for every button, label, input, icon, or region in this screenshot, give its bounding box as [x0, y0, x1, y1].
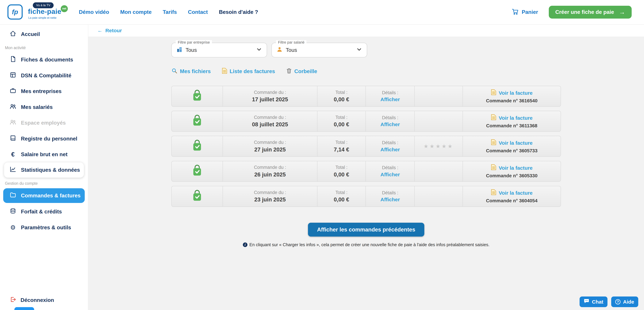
filter-employee-label: Filtre par salarié: [276, 40, 306, 45]
my-files-link[interactable]: Mes fichiers: [171, 68, 211, 75]
sidebar-item-fiches-documents[interactable]: Fiches & documents: [0, 52, 88, 68]
home-icon: [10, 30, 16, 38]
show-details-link[interactable]: Afficher: [380, 197, 400, 202]
sidebar-item-label: Fiches & documents: [21, 57, 73, 63]
sidebar-item-label: Registre du personnel: [21, 136, 77, 142]
sidebar-item-label: Mes entreprises: [21, 88, 62, 94]
view-invoice-link[interactable]: Voir la facture: [491, 189, 532, 197]
order-status-cell: [172, 136, 223, 156]
logout-icon: [10, 296, 16, 304]
order-date-label: Commande du :: [254, 190, 286, 195]
logo-mark: fp: [8, 4, 23, 19]
view-invoice-link[interactable]: Voir la facture: [491, 139, 532, 147]
search-icon: [171, 68, 178, 75]
partial-button[interactable]: [14, 307, 34, 310]
people-icon: [10, 103, 16, 111]
order-date-value: 17 juillet 2025: [252, 96, 288, 103]
sidebar-item-mes-salaries[interactable]: Mes salariés: [0, 99, 88, 115]
tv-badge: Vu à la TV: [33, 2, 54, 8]
filter-company-label: Filtre par entreprise: [176, 40, 212, 45]
brand-tld-badge: net: [61, 5, 68, 12]
order-invoice-cell: Voir la facture Commande n° 3611368: [463, 111, 561, 131]
sidebar-item-statistiques-donnees[interactable]: Statistiques & données: [4, 162, 84, 178]
quick-links-row: Mes fichiers Liste des factures: [171, 68, 561, 75]
person-icon: [277, 46, 282, 54]
invoice-icon: [491, 189, 496, 197]
order-total-cell: Total : 0,00 €: [318, 111, 366, 131]
rating-stars[interactable]: ★★★★★: [424, 143, 454, 150]
filters-row: Filtre par entreprise Tous: [171, 43, 561, 57]
order-total-label: Total :: [336, 90, 348, 95]
order-number: Commande n° 3611368: [486, 123, 538, 129]
back-bar: ← Retour: [88, 25, 644, 37]
order-total-cell: Total : 0,00 €: [318, 161, 366, 181]
logout-button[interactable]: Déconnexion: [0, 296, 54, 304]
order-details-label: Détails :: [382, 90, 398, 95]
order-date-cell: Commande du : 23 juin 2025: [223, 186, 318, 206]
order-date-cell: Commande du : 08 juillet 2025: [223, 111, 318, 131]
back-link[interactable]: ← Retour: [98, 28, 122, 33]
order-date-value: 23 juin 2025: [254, 196, 286, 203]
top-header: fp Vu à la TV fiche-paie net La paie sim…: [0, 0, 644, 25]
create-payslip-button[interactable]: Créer une fiche de paie →: [549, 6, 632, 18]
filter-company-select[interactable]: Filtre par entreprise Tous: [171, 43, 267, 57]
view-invoice-link[interactable]: Voir la facture: [491, 164, 532, 172]
show-details-link[interactable]: Afficher: [380, 172, 400, 177]
order-total-label: Total :: [336, 115, 348, 120]
order-total-value: 0,00 €: [334, 171, 349, 178]
order-row: Commande du : 23 juin 2025 Total : 0,00 …: [171, 186, 561, 207]
order-total-label: Total :: [336, 140, 348, 145]
invoice-icon: [491, 139, 496, 147]
view-invoice-link[interactable]: Voir la facture: [491, 114, 532, 122]
order-details-cell: Détails : Afficher: [366, 86, 415, 106]
sidebar-item-commandes-factures[interactable]: Commandes & factures: [3, 188, 84, 203]
invoice-icon: [491, 114, 496, 122]
app-window: fp Vu à la TV fiche-paie net La paie sim…: [0, 0, 644, 310]
orders-list: Commande du : 17 juillet 2025 Total : 0,…: [171, 86, 561, 207]
invoice-list-link[interactable]: Liste des factures: [222, 68, 275, 75]
back-label: Retour: [105, 28, 122, 33]
show-details-link[interactable]: Afficher: [380, 97, 400, 102]
my-files-label: Mes fichiers: [180, 68, 211, 74]
sidebar-item-salaire-brut-net[interactable]: € Salaire brut en net: [0, 147, 88, 162]
trash-link[interactable]: Corbeille: [286, 68, 317, 75]
order-total-label: Total :: [336, 165, 348, 170]
orders-page: Filtre par entreprise Tous: [171, 43, 561, 247]
order-status-cell: [172, 186, 223, 206]
cart-button[interactable]: Panier: [512, 8, 538, 16]
euro-icon: €: [10, 151, 16, 158]
view-invoice-label: Voir la facture: [499, 165, 532, 171]
sidebar-item-dsn-comptabilite[interactable]: DSN & Comptabilité: [0, 68, 88, 84]
nav-mon-compte[interactable]: Mon compte: [120, 9, 152, 15]
filter-employee-select[interactable]: Filtre par salarié Tous: [272, 43, 367, 57]
logo[interactable]: fp Vu à la TV fiche-paie net La paie sim…: [8, 0, 73, 24]
sidebar-item-registre-personnel[interactable]: Registre du personnel: [0, 131, 88, 147]
show-details-link[interactable]: Afficher: [380, 122, 400, 127]
view-invoice-link[interactable]: Voir la facture: [491, 89, 532, 97]
sidebar: Accueil Mon activité Fiches & documents …: [0, 25, 88, 310]
sidebar-item-mes-entreprises[interactable]: Mes entreprises: [0, 83, 88, 99]
sidebar-item-espace-employes[interactable]: Espace employés: [0, 115, 88, 131]
nav-tarifs[interactable]: Tarifs: [163, 9, 177, 15]
nav-demo-video[interactable]: Démo vidéo: [79, 9, 109, 15]
cart-icon: [512, 8, 519, 16]
order-rating-cell: [415, 186, 463, 206]
chevron-down-icon: [356, 46, 362, 54]
trash-icon: [286, 68, 292, 75]
trash-label: Corbeille: [294, 68, 317, 74]
order-number: Commande n° 3604054: [486, 198, 538, 203]
nav-besoin-aide[interactable]: Besoin d'aide ?: [219, 9, 258, 15]
show-details-link[interactable]: Afficher: [380, 147, 400, 153]
sidebar-item-accueil[interactable]: Accueil: [0, 26, 88, 42]
order-number: Commande n° 3616540: [486, 98, 538, 104]
help-button[interactable]: ? Aide: [611, 297, 638, 307]
order-rating-cell: ★★★★★: [415, 136, 463, 156]
chat-button[interactable]: Chat: [580, 297, 608, 307]
sidebar-item-label: Paramètres & outils: [21, 224, 71, 231]
sidebar-item-parametres-outils[interactable]: ⚙ Paramètres & outils: [0, 219, 88, 235]
show-previous-orders-button[interactable]: Afficher les commandes précédentes: [308, 223, 424, 237]
nav-contact[interactable]: Contact: [188, 9, 208, 15]
sidebar-item-forfait-credits[interactable]: Forfait & crédits: [0, 204, 88, 220]
order-total-value: 0,00 €: [334, 121, 349, 128]
main-nav: Démo vidéo Mon compte Tarifs Contact Bes…: [79, 9, 258, 15]
